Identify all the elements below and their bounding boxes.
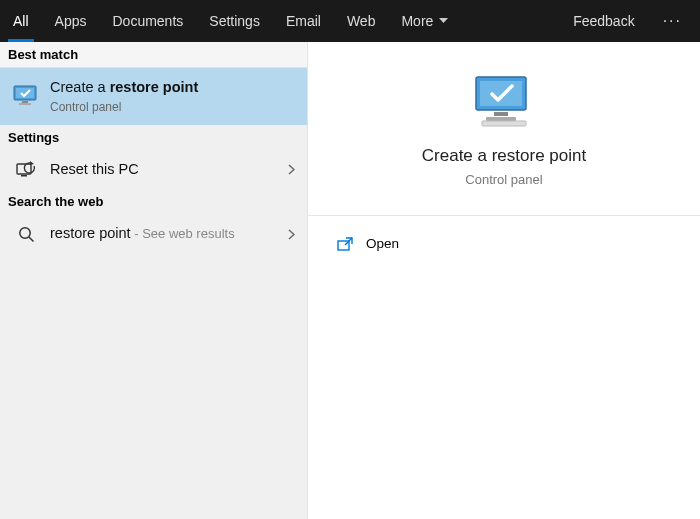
svg-rect-11 <box>486 117 516 121</box>
tab-more[interactable]: More <box>388 0 461 42</box>
preview-header: Create a restore point Control panel <box>308 42 700 216</box>
reset-pc-icon <box>12 161 40 179</box>
open-label: Open <box>366 236 399 251</box>
svg-rect-2 <box>22 101 28 103</box>
result-web-restore-point[interactable]: restore point - See web results <box>0 214 307 254</box>
result-subtitle: Control panel <box>50 99 295 115</box>
chevron-right-icon <box>282 229 295 240</box>
svg-rect-10 <box>494 112 508 116</box>
tab-all[interactable]: All <box>0 0 42 42</box>
monitor-check-large-icon <box>472 74 536 128</box>
results-panel: Best match Create a restore point Contro… <box>0 42 308 519</box>
svg-rect-5 <box>21 175 27 177</box>
preview-title: Create a restore point <box>422 146 586 166</box>
result-text: Create a restore point Control panel <box>50 78 295 115</box>
tab-label: More <box>401 13 433 29</box>
search-web-header: Search the web <box>0 189 307 214</box>
preview-panel: Create a restore point Control panel Ope… <box>308 42 700 519</box>
svg-rect-1 <box>16 88 34 98</box>
tab-apps[interactable]: Apps <box>42 0 100 42</box>
top-bar: All Apps Documents Settings Email Web Mo… <box>0 0 700 42</box>
search-icon <box>12 226 40 243</box>
result-title-prefix: Create a <box>50 79 110 95</box>
filter-tabs: All Apps Documents Settings Email Web Mo… <box>0 0 461 42</box>
result-title: Create a restore point <box>50 78 295 98</box>
result-title-bold: restore point <box>110 79 199 95</box>
feedback-link[interactable]: Feedback <box>567 13 640 29</box>
open-icon <box>336 237 354 251</box>
tab-label: Web <box>347 13 376 29</box>
top-right: Feedback ··· <box>567 0 694 42</box>
result-reset-this-pc[interactable]: Reset this PC <box>0 150 307 190</box>
result-title: restore point - See web results <box>50 224 282 244</box>
tab-settings[interactable]: Settings <box>196 0 273 42</box>
preview-actions: Open <box>308 216 700 271</box>
result-text: restore point - See web results <box>50 224 282 244</box>
search-body: Best match Create a restore point Contro… <box>0 42 700 519</box>
tab-label: Apps <box>55 13 87 29</box>
tab-label: Email <box>286 13 321 29</box>
svg-rect-3 <box>19 103 31 105</box>
tab-documents[interactable]: Documents <box>99 0 196 42</box>
svg-line-7 <box>29 237 34 242</box>
tab-label: All <box>13 13 29 29</box>
result-create-restore-point[interactable]: Create a restore point Control panel <box>0 68 307 125</box>
result-title: Reset this PC <box>50 160 282 180</box>
preview-subtitle: Control panel <box>465 172 542 187</box>
settings-header: Settings <box>0 125 307 150</box>
tab-label: Documents <box>112 13 183 29</box>
tab-label: Settings <box>209 13 260 29</box>
tab-email[interactable]: Email <box>273 0 334 42</box>
more-options-button[interactable]: ··· <box>655 12 690 30</box>
web-suffix: - See web results <box>131 226 235 241</box>
monitor-check-icon <box>12 85 40 107</box>
result-text: Reset this PC <box>50 160 282 180</box>
chevron-down-icon <box>439 18 448 24</box>
open-action[interactable]: Open <box>308 226 700 261</box>
svg-point-6 <box>19 227 29 237</box>
chevron-right-icon <box>282 164 295 175</box>
web-query: restore point <box>50 225 131 241</box>
tab-web[interactable]: Web <box>334 0 389 42</box>
best-match-header: Best match <box>0 42 307 68</box>
svg-rect-12 <box>482 121 526 126</box>
svg-rect-9 <box>480 81 522 106</box>
